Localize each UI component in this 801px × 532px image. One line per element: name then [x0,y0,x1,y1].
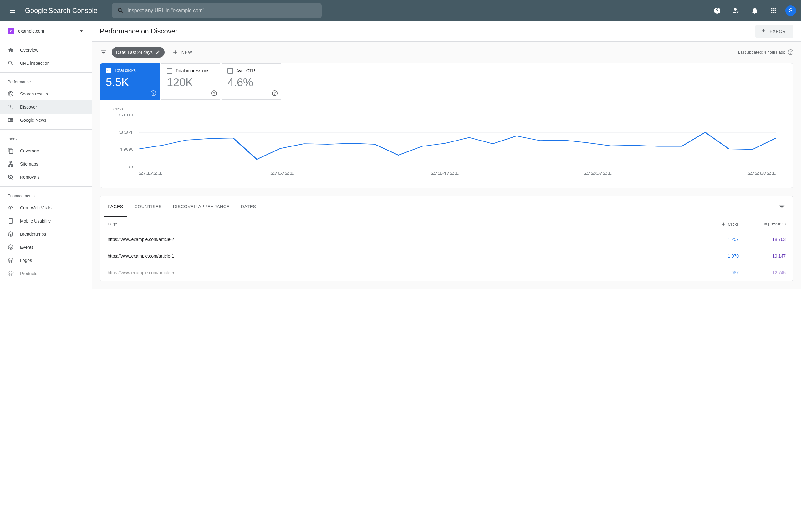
nav-label: Coverage [20,148,39,153]
layers-icon [7,244,14,250]
cell-clicks: 987 [698,270,739,275]
filter-icon [779,203,785,210]
tab-countries[interactable]: COUNTRIES [135,196,162,217]
nav-label: Logos [20,258,32,263]
checkbox-unchecked-icon [167,68,172,74]
search-icon [7,60,14,66]
metric-selector-row: Total clicks 5.5K ? Total impressions 12… [100,63,793,99]
table-header-row: Page Clicks Impressions [100,217,793,231]
help-button[interactable] [710,4,724,18]
table-row[interactable]: https://www.example.com/article-1 1,070 … [100,248,793,264]
notifications-button[interactable] [748,4,762,18]
filter-bar: Date: Last 28 days NEW Last updated: 4 h… [92,42,801,63]
col-header-impressions[interactable]: Impressions [739,222,786,227]
nav-products[interactable]: Products [0,267,92,280]
news-icon [7,117,14,123]
nav-events[interactable]: Events [0,241,92,254]
property-name: example.com [18,28,74,34]
menu-button[interactable] [5,3,20,18]
metric-avg-ctr[interactable]: Avg. CTR 4.6% ? [222,63,281,99]
nav-label: Google News [20,118,46,123]
svg-text:2/6/21: 2/6/21 [270,171,294,175]
help-icon[interactable]: ? [272,91,278,96]
metric-label: Avg. CTR [236,68,255,73]
bell-icon [751,7,759,14]
date-chip-label: Date: Last 28 days [116,50,153,55]
apps-button[interactable] [767,4,780,18]
page-title: Performance on Discover [100,27,755,35]
sort-desc-icon [721,222,726,227]
help-icon[interactable]: ? [151,91,156,96]
metric-total-impressions[interactable]: Total impressions 120K ? [161,63,220,99]
tab-dates[interactable]: DATES [241,196,256,217]
home-icon [7,47,14,53]
nav-label: Products [20,271,37,276]
cell-impressions: 19,147 [739,253,786,259]
cell-page: https://www.example.com/article-2 [108,237,698,242]
nav-heading-index: Index [0,132,92,144]
table-filter-button[interactable] [778,203,786,210]
nav-breadcrumbs[interactable]: Breadcrumbs [0,228,92,241]
svg-text:166: 166 [119,148,133,152]
svg-text:2/28/21: 2/28/21 [747,171,776,175]
col-header-clicks[interactable]: Clicks [698,222,739,227]
checkbox-unchecked-icon [227,68,233,74]
nav-logos[interactable]: Logos [0,254,92,267]
export-button[interactable]: EXPORT [755,25,794,38]
filter-list-button[interactable] [100,49,107,56]
nav-overview[interactable]: Overview [0,43,92,57]
nav-label: Breadcrumbs [20,232,46,236]
help-icon[interactable]: ? [788,50,794,55]
nav-url-inspection[interactable]: URL inspection [0,57,92,70]
checkbox-checked-icon [106,68,111,73]
chart-y-axis-label: Clicks [113,107,783,111]
coverage-icon [7,148,14,154]
sidebar: e example.com Overview URL inspection Pe… [0,21,92,532]
metric-value: 5.5K [106,76,154,89]
sitemap-icon [7,161,14,167]
metric-label: Total clicks [115,68,136,73]
add-filter-button[interactable]: NEW [169,47,195,57]
person-gear-icon [732,7,740,14]
tab-discover-appearance[interactable]: DISCOVER APPEARANCE [173,196,230,217]
plus-icon [172,49,178,55]
product-logo: Google Search Console [25,6,98,15]
logo-search-console: Search Console [49,6,98,15]
nav-discover[interactable]: Discover [0,100,92,114]
app-header: Google Search Console S [0,0,801,21]
nav-search-results[interactable]: Search results [0,87,92,100]
cell-clicks: 1,070 [698,253,739,259]
col-header-page[interactable]: Page [108,222,698,227]
nav-removals[interactable]: Removals [0,171,92,184]
line-chart: Clicks 01663345002/1/212/6/212/14/212/20… [100,99,793,188]
table-row[interactable]: https://www.example.com/article-5 987 12… [100,264,793,281]
nav-coverage[interactable]: Coverage [0,144,92,157]
mobile-icon [7,218,14,224]
table-tabs: PAGES COUNTRIES DISCOVER APPEARANCE DATE… [100,196,793,217]
metric-total-clicks[interactable]: Total clicks 5.5K ? [100,63,159,99]
url-inspect-search[interactable] [112,3,322,18]
tab-pages[interactable]: PAGES [108,196,123,217]
help-icon[interactable]: ? [211,91,217,96]
download-icon [760,28,767,34]
property-selector[interactable]: e example.com [0,21,92,41]
nav-heading-enhancements: Enhancements [0,189,92,201]
account-avatar[interactable]: S [785,5,796,16]
performance-chart-card: Total clicks 5.5K ? Total impressions 12… [100,63,794,188]
nav-google-news[interactable]: Google News [0,114,92,127]
filter-icon [100,49,107,56]
cell-impressions: 18,763 [739,237,786,242]
hamburger-icon [9,7,16,14]
url-inspect-input[interactable] [128,8,317,14]
metric-value: 4.6% [227,76,275,89]
visibility-off-icon [7,174,14,180]
nav-sitemaps[interactable]: Sitemaps [0,157,92,171]
chart-canvas: 01663345002/1/212/6/212/14/212/20/212/28… [110,114,783,176]
nav-core-web-vitals[interactable]: Core Web Vitals [0,201,92,214]
date-range-chip[interactable]: Date: Last 28 days [112,47,165,58]
export-label: EXPORT [770,29,788,34]
nav-heading-performance: Performance [0,75,92,87]
table-row[interactable]: https://www.example.com/article-2 1,257 … [100,231,793,248]
user-settings-button[interactable] [729,4,743,18]
nav-mobile-usability[interactable]: Mobile Usability [0,214,92,228]
